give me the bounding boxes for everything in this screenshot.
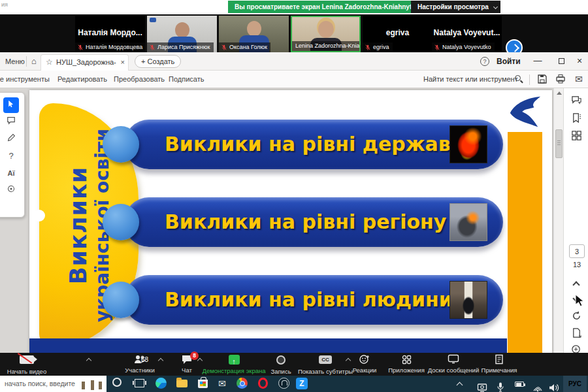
video-options-chevron-icon[interactable] — [86, 358, 91, 363]
help-icon[interactable]: ? — [480, 57, 489, 66]
pdf-right-panel: 3 13 — [563, 88, 588, 353]
document-tab[interactable]: ☆ НУШ_Задорожна-К... × — [41, 54, 129, 71]
cortana-icon[interactable] — [112, 378, 124, 389]
menu-edit[interactable]: Редактировать — [57, 71, 107, 88]
find-tool-label[interactable]: Найти текст или инструмент — [423, 71, 518, 88]
reactions-icon — [359, 354, 370, 365]
maximize-button[interactable] — [549, 52, 568, 71]
print-icon[interactable] — [555, 74, 566, 84]
destroyed-room-photo — [449, 281, 487, 319]
share-screen-button[interactable]: Демонстрация экрана — [198, 354, 270, 374]
menu-convert[interactable]: Преобразовать — [114, 71, 165, 88]
participants-button[interactable]: 68 Участники — [116, 354, 163, 374]
burning-building-photo — [449, 203, 487, 241]
export-page-icon[interactable] — [571, 327, 582, 338]
menu-sign[interactable]: Подписать — [169, 71, 204, 88]
mail-icon[interactable]: ✉ — [575, 71, 583, 88]
participant-tile[interactable]: Лариса Присяжнюк — [147, 16, 217, 52]
tray-battery-icon[interactable] — [515, 382, 524, 387]
page-thumbnails-icon[interactable] — [571, 130, 582, 141]
banner-text: Виклики на рівні держави — [165, 120, 465, 169]
tray-microphone-icon[interactable] — [497, 379, 504, 392]
menu-all-tools[interactable]: Все инструменты — [0, 71, 50, 88]
text-tool-icon[interactable]: Аї — [3, 165, 19, 181]
tray-expand-icon[interactable] — [457, 382, 463, 389]
close-button[interactable]: × — [570, 52, 588, 71]
zoom-app-icon[interactable]: Z — [296, 378, 308, 389]
participant-video-strip: Наталія Мордо... Наталія Мордовцева Лари… — [0, 14, 588, 52]
slide-banner-state: Виклики на рівні держави — [124, 120, 503, 169]
participant-tile[interactable]: Оксана Голюк — [219, 16, 289, 52]
screen-recorder-app-icon[interactable] — [278, 378, 290, 389]
view-settings-button[interactable]: Настройки просмотра — [411, 1, 500, 13]
mail-app-icon[interactable]: ✉ — [218, 378, 230, 389]
whiteboards-button[interactable]: Доски сообщений — [423, 354, 483, 374]
participant-tile-active-speaker[interactable]: Lenina Zadorozhna-Knia... — [291, 16, 361, 52]
stamp-tool-icon[interactable] — [3, 182, 19, 198]
file-explorer-icon[interactable] — [176, 378, 188, 389]
search-box-picture — [75, 376, 106, 392]
participant-label: Natalya Voyevutko — [432, 42, 495, 52]
select-tool-icon[interactable] — [3, 97, 19, 113]
burning-map-photo — [449, 125, 487, 163]
divider — [529, 74, 530, 85]
scrollbar-thumb[interactable] — [555, 129, 563, 158]
current-page-input[interactable]: 3 — [569, 244, 585, 258]
acrobat-title-bar: Меню ⌂ ☆ НУШ_Задорожна-К... × + Создать … — [0, 52, 588, 71]
participant-label: Наталія Мордовцева — [75, 42, 145, 52]
tray-speaker-icon[interactable] — [549, 380, 559, 392]
eraser-tool-icon[interactable]: ? — [3, 148, 19, 164]
vertical-scrollbar[interactable] — [553, 88, 563, 353]
logo-icon — [150, 18, 156, 22]
chevron-down-icon — [493, 5, 498, 9]
participant-tile[interactable]: egriva egriva — [363, 16, 433, 52]
start-video-label: Начать видео — [0, 368, 63, 375]
create-button[interactable]: + Создать — [135, 55, 181, 68]
star-icon[interactable]: ☆ — [46, 57, 53, 67]
slide-banner-region: Виклики на рівні регіону — [124, 197, 503, 247]
share-screen-icon — [229, 355, 240, 365]
reactions-button[interactable]: Реакции — [345, 354, 384, 374]
whiteboards-label: Доски сообщений — [423, 367, 483, 374]
participant-name: egriva — [363, 28, 433, 37]
notes-label: Примечания — [476, 367, 523, 374]
comments-icon[interactable] — [571, 95, 582, 106]
notes-icon — [495, 354, 504, 365]
scroll-up-icon[interactable] — [557, 91, 562, 95]
language-indicator[interactable]: РУС — [563, 376, 587, 392]
divider — [26, 56, 27, 67]
mic-off-icon — [221, 44, 227, 51]
sign-in-button[interactable]: Войти — [497, 52, 521, 71]
opera-icon[interactable] — [258, 378, 270, 389]
search-icon[interactable] — [515, 75, 521, 81]
bookmarks-icon[interactable] — [571, 112, 582, 123]
taskbar-search-input[interactable]: начать поиск, введите — [0, 376, 106, 392]
tab-close-icon[interactable]: × — [121, 58, 125, 66]
viewing-screen-banner: Вы просматриваете экран Lenina Zadorozhn… — [228, 1, 429, 13]
pencil-tool-icon[interactable] — [3, 131, 19, 147]
pdf-document-area: ? Аї Виклики української освіти Виклики … — [0, 88, 563, 353]
home-icon[interactable]: ⌂ — [31, 52, 37, 71]
comment-tool-icon[interactable] — [3, 114, 19, 130]
microsoft-store-icon[interactable] — [198, 378, 210, 389]
participant-tile[interactable]: Natalya Voyevut... Natalya Voyevutko — [432, 16, 502, 52]
participant-tile[interactable]: Наталія Мордо... Наталія Мордовцева — [75, 16, 145, 52]
save-icon[interactable] — [537, 74, 547, 84]
previous-page-icon[interactable] — [572, 281, 580, 288]
chrome-icon[interactable] — [237, 378, 248, 389]
notes-button[interactable]: Примечания — [476, 354, 523, 374]
participant-video — [175, 22, 189, 38]
participant-name: Наталія Мордо... — [75, 28, 145, 37]
zoom-top-strip: ия Вы просматриваете экран Lenina Zadoro… — [0, 0, 588, 14]
share-screen-label: Демонстрация экрана — [198, 367, 270, 374]
view-settings-label: Настройки просмотра — [417, 3, 489, 10]
minimize-button[interactable]: — — [528, 52, 547, 71]
menu-button[interactable]: Меню — [5, 52, 25, 71]
start-video-button[interactable]: Начать видео — [0, 354, 63, 375]
tray-network-icon[interactable] — [532, 380, 543, 392]
tray-monitor-icon[interactable] — [477, 380, 487, 392]
dove-logo-icon — [506, 94, 544, 131]
edge-browser-icon[interactable] — [155, 378, 167, 389]
task-view-icon[interactable] — [135, 378, 146, 389]
rotate-page-icon[interactable] — [571, 310, 582, 321]
